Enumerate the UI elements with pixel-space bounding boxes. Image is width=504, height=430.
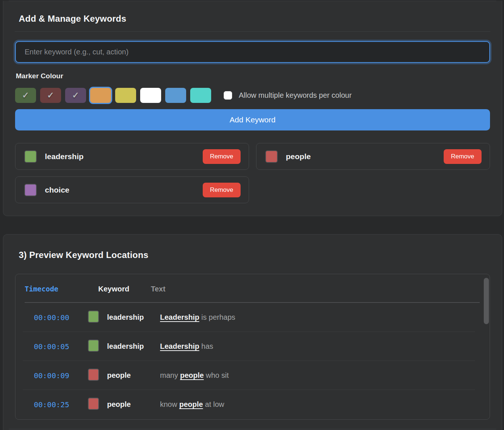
palette-swatch-orange[interactable] xyxy=(90,88,111,103)
table-header-row: Timecode Keyword Text xyxy=(15,274,490,293)
keyword-chip-people: peopleRemove xyxy=(256,143,490,170)
row-keyword: leadership xyxy=(107,313,160,322)
table-row[interactable]: 00:00:05leadershipLeadership has xyxy=(15,332,490,361)
header-keyword: Keyword xyxy=(98,285,151,293)
row-text: Leadership has xyxy=(160,342,213,351)
marker-colour-label: Marker Colour xyxy=(16,72,490,80)
preview-table: Timecode Keyword Text 00:00:00leadership… xyxy=(15,274,490,420)
section-title-keywords: Add & Manage Keywords xyxy=(19,14,490,24)
header-timecode: Timecode xyxy=(25,285,98,293)
table-row[interactable]: 00:00:25peopleknow people at low xyxy=(15,390,490,419)
table-row[interactable]: 00:00:00leadershipLeadership is perhaps xyxy=(15,303,490,332)
section-title-preview: 3) Preview Keyword Locations xyxy=(19,250,490,260)
below-table-divider xyxy=(9,429,496,429)
row-colour-swatch xyxy=(88,340,99,352)
palette-swatch-yellow[interactable] xyxy=(115,88,136,103)
check-icon: ✓ xyxy=(22,91,29,100)
palette-row: ✓✓✓ xyxy=(15,88,211,103)
keyword-input[interactable] xyxy=(15,41,490,63)
row-text-match: people xyxy=(180,371,203,379)
header-text: Text xyxy=(151,285,166,293)
allow-multiple-label: Allow multiple keywords per colour xyxy=(239,91,352,100)
row-text: Leadership is perhaps xyxy=(160,313,235,322)
row-keyword: people xyxy=(107,371,160,380)
row-text: know people at low xyxy=(160,400,224,409)
row-text-after: at low xyxy=(203,400,224,408)
row-timecode: 00:00:09 xyxy=(15,371,88,380)
keyword-label: choice xyxy=(45,186,70,194)
row-timecode: 00:00:00 xyxy=(15,313,88,322)
keyword-manager-panel: Add & Manage Keywords Marker Colour ✓✓✓ … xyxy=(3,1,502,216)
keyword-colour-swatch xyxy=(265,150,278,163)
palette-swatch-teal[interactable] xyxy=(190,88,211,103)
keyword-list: leadershipRemovepeopleRemovechoiceRemove xyxy=(15,143,490,203)
add-keyword-button[interactable]: Add Keyword xyxy=(15,109,490,130)
row-colour-swatch xyxy=(88,369,99,381)
keyword-colour-swatch xyxy=(24,150,37,163)
check-icon: ✓ xyxy=(72,91,79,100)
palette-swatch-red[interactable]: ✓ xyxy=(40,88,61,103)
keyword-chip-choice: choiceRemove xyxy=(15,176,249,203)
row-colour-swatch xyxy=(88,311,99,323)
remove-keyword-button[interactable]: Remove xyxy=(203,149,241,164)
allow-multiple-checkbox[interactable] xyxy=(224,91,232,100)
row-text-after: is perhaps xyxy=(199,313,235,321)
title-divider xyxy=(15,31,490,32)
palette-swatch-green[interactable]: ✓ xyxy=(15,88,36,103)
row-swatch-cell xyxy=(88,369,107,382)
table-row[interactable]: 00:00:09peoplemany people who sit xyxy=(15,361,490,390)
row-colour-swatch xyxy=(88,398,99,410)
palette-swatch-blue[interactable] xyxy=(165,88,186,103)
row-timecode: 00:00:05 xyxy=(15,342,88,351)
keyword-chip-leadership: leadershipRemove xyxy=(15,143,249,170)
allow-multiple-wrap: Allow multiple keywords per colour xyxy=(224,91,352,100)
table-scrollbar[interactable] xyxy=(484,278,489,324)
palette-swatch-purple[interactable]: ✓ xyxy=(65,88,86,103)
row-keyword: people xyxy=(107,400,160,409)
row-swatch-cell xyxy=(88,340,107,353)
row-text-match: Leadership xyxy=(160,313,199,321)
row-keyword: leadership xyxy=(107,342,160,351)
remove-keyword-button[interactable]: Remove xyxy=(203,183,241,197)
row-text-match: people xyxy=(179,400,203,408)
remove-keyword-button[interactable]: Remove xyxy=(444,149,482,164)
row-text-before: know xyxy=(160,400,179,408)
row-text: many people who sit xyxy=(160,371,229,380)
row-text-after: has xyxy=(199,342,213,350)
row-swatch-cell xyxy=(88,398,107,411)
table-body: 00:00:00leadershipLeadership is perhaps0… xyxy=(15,303,490,419)
preview-panel: 3) Preview Keyword Locations Timecode Ke… xyxy=(3,234,502,430)
row-text-after: who sit xyxy=(204,371,229,379)
check-icon: ✓ xyxy=(47,91,54,100)
keyword-label: leadership xyxy=(45,152,84,161)
row-text-match: Leadership xyxy=(160,342,199,350)
keyword-label: people xyxy=(286,152,311,161)
keyword-colour-swatch xyxy=(24,184,37,196)
row-text-before: many xyxy=(160,371,180,379)
row-timecode: 00:00:25 xyxy=(15,400,88,409)
palette-swatch-white[interactable] xyxy=(140,88,161,103)
row-swatch-cell xyxy=(88,311,107,324)
